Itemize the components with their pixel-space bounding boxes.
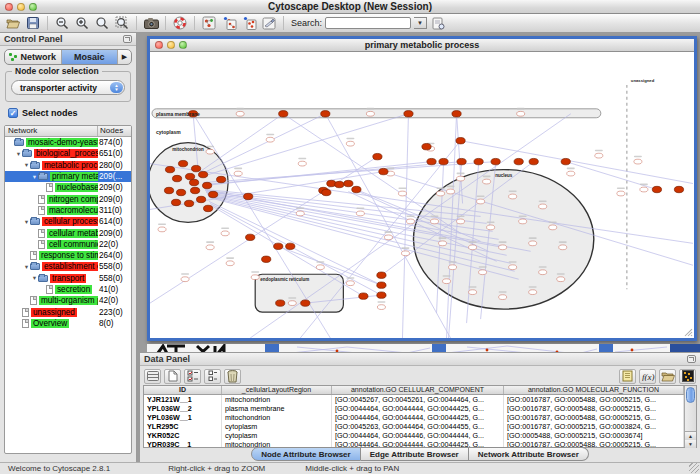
tree-row-label[interactable]: multi-organism pro xyxy=(39,296,98,305)
tree-row-macromolecule[interactable]: macromolecule311(0) xyxy=(5,205,131,216)
scrollbar-thumb[interactable] xyxy=(686,387,695,403)
table-row[interactable]: YDR039C__1mitochondrion[GO:0044464, GO:0… xyxy=(144,440,684,447)
column-header-3[interactable]: annotation.GO MOLECULAR_FUNCTION xyxy=(504,386,684,394)
search-index-icon[interactable] xyxy=(429,15,447,31)
network-window-titlebar[interactable]: primary metabolic process xyxy=(150,39,694,52)
tree-header-network[interactable]: Network xyxy=(5,126,98,136)
tree-row-label[interactable]: cell communicat xyxy=(47,240,98,249)
tab-node-attribute-browser[interactable]: Node Attribute Browser xyxy=(251,447,361,461)
tree-row-overview[interactable]: Overview8(0) xyxy=(5,318,131,329)
open-file-icon[interactable] xyxy=(4,15,22,31)
table-cell[interactable]: [GO:0045263, GO:0044464, GO:0044455, G..… xyxy=(332,422,504,431)
tree-row-multi-organism-pro[interactable]: multi-organism pro42(0) xyxy=(5,295,131,306)
tree-row-label[interactable]: biological_process xyxy=(34,149,98,158)
float-panel-icon[interactable] xyxy=(123,35,132,43)
table-cell[interactable]: [GO:0016787, GO:0005488, GO:0005215, G..… xyxy=(504,395,684,404)
table-cell[interactable]: [GO:0044464, GO:0044446, GO:0044444, G..… xyxy=(332,431,504,440)
tree-row-label[interactable]: establishment of lo xyxy=(42,262,98,271)
tabs-overflow-arrow[interactable]: ▶ xyxy=(118,50,131,64)
table-cell[interactable]: YJR121W__1 xyxy=(144,395,222,404)
tree-header-nodes[interactable]: Nodes xyxy=(98,126,131,136)
select-nodes-checkbox[interactable]: ✓ xyxy=(8,108,18,118)
table-row[interactable]: YJR121W__1mitochondrion[GO:0045267, GO:0… xyxy=(144,395,684,404)
table-cell[interactable]: mitochondrion xyxy=(222,395,332,404)
tree-row-cellular-process[interactable]: ▼cellular process614(0) xyxy=(5,216,131,227)
table-cell[interactable]: YLR295C xyxy=(144,422,222,431)
table-cell[interactable]: [GO:0016787, GO:0005488, GO:0005215, G..… xyxy=(504,413,684,422)
table-cell[interactable]: [GO:0016787, GO:0005215, GO:0003824, G..… xyxy=(504,422,684,431)
tree-row-unassigned[interactable]: unassigned223(0) xyxy=(5,306,131,317)
tree-row-cellular-metabo[interactable]: cellular metabo209(0) xyxy=(5,227,131,238)
table-row[interactable]: YPL036W__1mitochondrion[GO:0044464, GO:0… xyxy=(144,413,684,422)
save-icon[interactable] xyxy=(24,15,42,31)
table-cell[interactable]: cytoplasm xyxy=(222,431,332,440)
tree-row-secretion[interactable]: secretion41(0) xyxy=(5,284,131,295)
tab-network-attribute-browser[interactable]: Network Attribute Browser xyxy=(469,447,589,461)
table-row[interactable]: YPL036W__2plasma membrane[GO:0044464, GO… xyxy=(144,404,684,413)
tree-row-nucleobase-[interactable]: nucleobase-209(0) xyxy=(5,182,131,193)
vizmapper-icon[interactable] xyxy=(260,15,278,31)
column-header-2[interactable]: annotation.GO CELLULAR_COMPONENT xyxy=(332,386,504,394)
tab-network[interactable]: Network xyxy=(5,50,62,64)
tab-mosaic[interactable]: Mosaic xyxy=(62,50,119,64)
table-vertical-scrollbar[interactable]: ▲ ▼ xyxy=(684,386,696,447)
window-resize-grip[interactable] xyxy=(689,463,699,473)
tree-row-metabolic-process[interactable]: ▼metabolic process280(0) xyxy=(5,160,131,171)
tab-edge-attribute-browser[interactable]: Edge Attribute Browser xyxy=(361,447,469,461)
tree-row-label[interactable]: response to stimulu xyxy=(39,251,98,260)
table-cell[interactable]: YPL036W__2 xyxy=(144,404,222,413)
table-row[interactable]: YKR052Ccytoplasm[GO:0044464, GO:0044446,… xyxy=(144,431,684,440)
tree-row-response-to-stimulu[interactable]: response to stimulu264(0) xyxy=(5,250,131,261)
table-cell[interactable]: [GO:0016787, GO:0005488, GO:0005215, G..… xyxy=(504,440,684,447)
network-manager-icon[interactable] xyxy=(200,15,218,31)
tree-row-label[interactable]: macromolecule xyxy=(47,206,98,215)
table-cell[interactable]: mitochondrion xyxy=(222,440,332,447)
annotation-1-icon[interactable] xyxy=(220,15,238,31)
tree-expand-arrow[interactable]: ▼ xyxy=(23,219,30,225)
float-panel-icon[interactable] xyxy=(687,355,696,363)
matrix-view-icon[interactable] xyxy=(679,369,696,384)
tree-row-label[interactable]: primary metabo xyxy=(50,172,98,181)
table-cell[interactable]: YKR052C xyxy=(144,431,222,440)
tree-row-primary-metabo[interactable]: ▼primary metabo209(... xyxy=(5,171,131,182)
tree-row-label[interactable]: mosaic-demo-yeast xyxy=(26,138,98,147)
tree-row-nitrogen-compo[interactable]: nitrogen compo209(0) xyxy=(5,193,131,204)
delete-attribute-trash-icon[interactable] xyxy=(224,369,241,384)
tree-expand-arrow[interactable]: ▼ xyxy=(23,162,30,168)
function-builder-icon[interactable]: f(x) xyxy=(639,369,656,384)
tree-row-establishment-of-lo[interactable]: ▼establishment of lo558(0) xyxy=(5,261,131,272)
scroll-up-arrow[interactable]: ▲ xyxy=(685,432,696,440)
zoom-selected-icon[interactable] xyxy=(93,15,111,31)
table-row[interactable]: YLR295Ccytoplasm[GO:0045263, GO:0044464,… xyxy=(144,422,684,431)
create-attribute-icon[interactable] xyxy=(164,369,181,384)
tree-row-biological-process[interactable]: ▼biological_process651(0) xyxy=(5,148,131,159)
network-view-window[interactable]: primary metabolic process plasma membran… xyxy=(147,36,697,341)
tree-row-label[interactable]: Overview xyxy=(31,319,69,328)
tree-expand-arrow[interactable]: ▼ xyxy=(31,174,38,180)
table-cell[interactable]: YPL036W__1 xyxy=(144,413,222,422)
tree-row-label[interactable]: secretion xyxy=(55,285,92,294)
tree-row-label[interactable]: cellular metabo xyxy=(47,229,98,238)
table-cell[interactable]: [GO:0005488, GO:0005215, GO:0003674] xyxy=(504,431,684,440)
zoom-fit-icon[interactable] xyxy=(113,15,131,31)
help-lifering-icon[interactable] xyxy=(171,15,189,31)
table-cell[interactable]: [GO:0044464, GO:0044444, GO:0044425, G..… xyxy=(332,440,504,447)
tree-row-label[interactable]: metabolic process xyxy=(42,161,98,170)
tree-row-label[interactable]: cellular process xyxy=(42,217,98,226)
tree-row-label[interactable]: transport xyxy=(50,274,86,283)
attribute-list-icon[interactable] xyxy=(204,369,221,384)
import-attributes-folder-icon[interactable] xyxy=(659,369,676,384)
attribute-checklist-icon[interactable] xyxy=(184,369,201,384)
snapshot-camera-icon[interactable] xyxy=(142,15,160,31)
tree-row-mosaic-demo-yeast[interactable]: mosaic-demo-yeast874(0) xyxy=(5,137,131,148)
select-attributes-icon[interactable] xyxy=(144,369,161,384)
tree-expand-arrow[interactable]: ▼ xyxy=(23,264,30,270)
table-cell[interactable]: plasma membrane xyxy=(222,404,332,413)
notes-icon[interactable] xyxy=(619,369,636,384)
table-cell[interactable]: [GO:0044464, GO:0044444, GO:0044425, G..… xyxy=(332,413,504,422)
tree-row-label[interactable]: unassigned xyxy=(31,308,77,317)
tree-row-transport[interactable]: ▼transport558(0) xyxy=(5,273,131,284)
table-cell[interactable]: YDR039C__1 xyxy=(144,440,222,447)
tree-row-label[interactable]: nucleobase- xyxy=(55,183,98,192)
table-cell[interactable]: mitochondrion xyxy=(222,413,332,422)
